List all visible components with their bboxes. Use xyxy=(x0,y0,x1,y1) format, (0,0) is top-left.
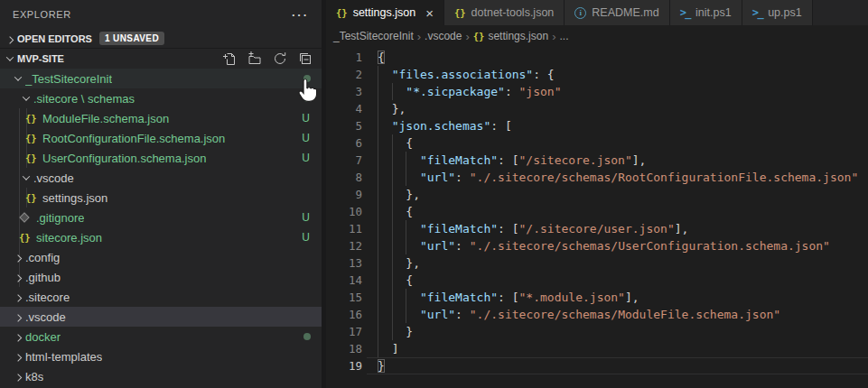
code-line[interactable]: "url": "./.sitecore/schemas/RootConfigur… xyxy=(378,169,868,186)
tree-item--config[interactable]: .config xyxy=(0,247,322,267)
git-file-icon xyxy=(19,212,29,222)
code-line[interactable]: { xyxy=(378,49,868,66)
json-file-icon: {} xyxy=(473,31,485,42)
tree-item-k8s[interactable]: k8s xyxy=(0,366,322,386)
tree-item--vscode[interactable]: .vscode xyxy=(0,168,322,188)
line-number: 13 xyxy=(326,254,362,272)
breadcrumb-label: settings.json xyxy=(488,30,548,42)
line-number: 8 xyxy=(326,169,362,186)
new-file-icon[interactable] xyxy=(222,51,237,66)
chevron-down-icon xyxy=(19,96,33,101)
line-number: 19 xyxy=(326,357,362,374)
tab-dotnet-tools.json[interactable]: {}dotnet-tools.json xyxy=(444,0,565,25)
code-line[interactable]: "url": "./.sitecore/schemas/ModuleFile.s… xyxy=(378,306,868,323)
tree-item--sitecore[interactable]: .sitecore xyxy=(0,287,322,307)
tree-item-label: html-templates xyxy=(25,350,102,364)
code-line[interactable]: { xyxy=(378,134,868,152)
tree-item-sitecore-json[interactable]: {}sitecore.jsonU xyxy=(0,227,322,247)
line-number: 15 xyxy=(326,289,362,306)
code-content[interactable]: { "files.associations": { "*.sicpackage"… xyxy=(378,49,868,388)
code-line[interactable]: "*.sicpackage": "json" xyxy=(378,83,868,100)
tree-item-docker[interactable]: docker xyxy=(0,327,322,346)
collapse-all-icon[interactable] xyxy=(298,51,313,66)
code-line[interactable]: "fileMatch": ["/.sitecore/user.json"], xyxy=(378,220,868,237)
tab-up.ps1[interactable]: >_up.ps1 xyxy=(742,0,813,25)
code-line[interactable]: { xyxy=(378,272,868,289)
untracked-badge: U xyxy=(302,152,310,164)
line-number: 14 xyxy=(326,272,362,289)
tab-label: settings.json xyxy=(353,6,415,19)
tree-item-label: .vscode xyxy=(33,171,74,185)
code-line[interactable]: } xyxy=(378,357,868,374)
chevron-right-icon xyxy=(11,314,25,319)
line-number: 5 xyxy=(326,117,362,134)
line-number: 1 xyxy=(326,49,362,66)
breadcrumb-item[interactable]: _TestSitecoreInit xyxy=(333,30,414,42)
line-number: 3 xyxy=(326,83,362,100)
open-editors-label: OPEN EDITORS xyxy=(17,33,92,44)
untracked-badge: U xyxy=(302,211,310,224)
tree-item--testsitecoreinit[interactable]: _TestSitecoreInit xyxy=(0,69,322,88)
chevron-right-icon xyxy=(3,36,17,42)
open-editors-section[interactable]: OPEN EDITORS 1 UNSAVED xyxy=(0,29,322,49)
tree-item-modulefile-schema-json[interactable]: {}ModuleFile.schema.jsonU xyxy=(0,108,322,128)
new-folder-icon[interactable] xyxy=(247,51,262,66)
line-number: 4 xyxy=(326,100,362,117)
powershell-icon: >_ xyxy=(752,6,762,19)
vscode-window: EXPLORER ··· OPEN EDITORS 1 UNSAVED MVP-… xyxy=(0,0,868,388)
code-line[interactable]: "files.associations": { xyxy=(378,66,868,83)
tree-item-label: .vscode xyxy=(25,310,66,324)
code-line[interactable]: "url": "./.sitecore/schemas/UserConfigur… xyxy=(378,237,868,254)
close-tab-icon[interactable]: × xyxy=(425,6,434,20)
workspace-section-header[interactable]: MVP-SITE xyxy=(0,49,322,69)
tab-init.ps1[interactable]: >_init.ps1 xyxy=(670,0,742,25)
code-line[interactable]: "fileMatch": ["*.module.json"], xyxy=(378,289,868,306)
tab-label: init.ps1 xyxy=(695,6,732,19)
chevron-down-icon xyxy=(19,175,33,180)
tree-item--sitecore-schemas[interactable]: .sitecore \ schemas xyxy=(0,88,322,108)
code-line[interactable]: ] xyxy=(378,340,868,357)
tree-item-label: UserConfiguration.schema.json xyxy=(42,152,206,165)
tab-README.md[interactable]: iREADME.md xyxy=(565,0,669,25)
explorer-title: EXPLORER xyxy=(13,9,71,20)
tab-label: README.md xyxy=(592,6,658,19)
chevron-right-icon xyxy=(11,354,25,359)
code-line[interactable]: } xyxy=(378,323,868,340)
breadcrumb-item[interactable]: .vscode xyxy=(425,30,462,42)
tree-item-html-templates[interactable]: html-templates xyxy=(0,346,322,366)
code-line[interactable]: }, xyxy=(378,254,868,272)
untracked-badge: U xyxy=(302,112,310,125)
refresh-icon[interactable] xyxy=(273,51,287,66)
more-actions-icon[interactable]: ··· xyxy=(292,8,309,22)
breadcrumb-separator-icon: › xyxy=(465,30,469,43)
json-file-icon: {} xyxy=(25,152,37,163)
workspace-title: MVP-SITE xyxy=(17,53,64,64)
tree-item--github[interactable]: .github xyxy=(0,267,322,287)
tree-item-label: .sitecore xyxy=(25,291,70,304)
tree-item-rootconfigurationfile-schema-json[interactable]: {}RootConfigurationFile.schema.jsonU xyxy=(0,128,322,148)
breadcrumb-item[interactable]: {}settings.json xyxy=(473,30,548,42)
code-line[interactable]: }, xyxy=(378,186,868,203)
code-line[interactable]: }, xyxy=(378,100,868,117)
breadcrumb-separator-icon: › xyxy=(552,30,555,43)
code-line[interactable]: "fileMatch": ["/sitecore.json"], xyxy=(378,152,868,169)
tree-item-label: .config xyxy=(25,251,60,264)
section-actions xyxy=(222,51,322,66)
tree-item-settings-json[interactable]: {}settings.json xyxy=(0,188,322,208)
changes-dot-badge xyxy=(303,333,311,340)
unsaved-badge: 1 UNSAVED xyxy=(99,32,164,45)
explorer-header: EXPLORER ··· xyxy=(0,0,322,29)
tree-item-userconfiguration-schema-json[interactable]: {}UserConfiguration.schema.jsonU xyxy=(0,148,322,168)
breadcrumb-label: .vscode xyxy=(425,30,462,42)
tree-item--vscode[interactable]: .vscode xyxy=(0,307,322,327)
tree-item-label: RootConfigurationFile.schema.json xyxy=(42,132,225,145)
breadcrumb-item[interactable]: ... xyxy=(559,30,568,42)
tree-item--gitignore[interactable]: .gitignoreU xyxy=(0,208,322,227)
json-file-icon: {} xyxy=(25,133,37,143)
code-line[interactable]: { xyxy=(378,203,868,220)
line-number: 16 xyxy=(326,306,362,323)
code-editor[interactable]: 12345678910111213141516171819 { "files.a… xyxy=(326,47,868,388)
code-line[interactable]: "json.schemas": [ xyxy=(378,117,868,134)
tab-settings.json[interactable]: {}settings.json× xyxy=(326,0,444,25)
powershell-icon: >_ xyxy=(680,6,690,19)
